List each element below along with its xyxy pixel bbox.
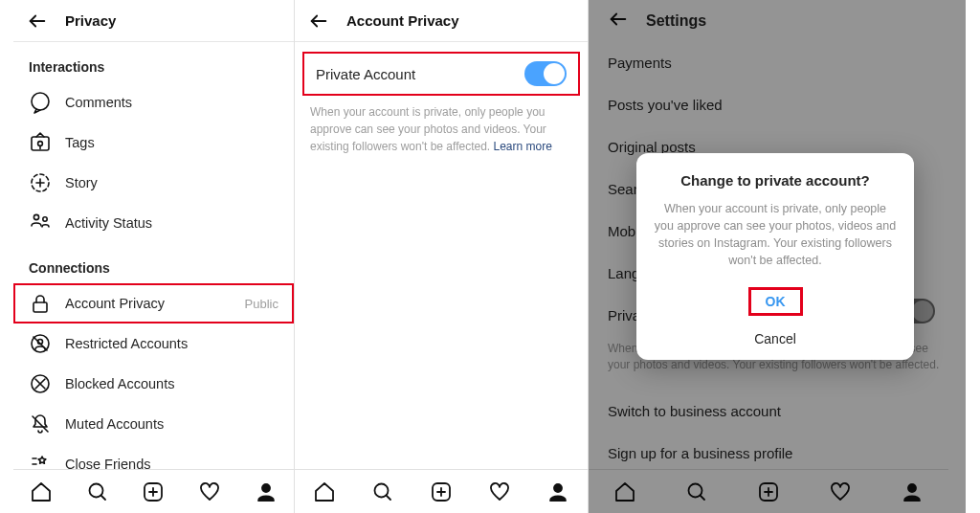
restricted-icon xyxy=(29,332,52,355)
search-icon[interactable] xyxy=(371,480,394,503)
bottom-nav xyxy=(295,469,588,513)
heart-icon[interactable] xyxy=(198,480,221,503)
account-privacy-status: Public xyxy=(245,297,278,311)
row-account-privacy[interactable]: Account Privacy Public xyxy=(13,283,294,323)
svg-line-21 xyxy=(100,495,105,500)
svg-point-25 xyxy=(262,484,270,492)
account-privacy-panel: Account Privacy Private Account When you… xyxy=(294,0,589,513)
header: Account Privacy xyxy=(295,0,588,42)
home-icon[interactable] xyxy=(313,480,336,503)
page-title: Privacy xyxy=(65,12,116,29)
svg-point-32 xyxy=(554,484,562,492)
back-icon[interactable] xyxy=(27,11,48,32)
row-restricted[interactable]: Restricted Accounts xyxy=(13,323,294,364)
home-icon[interactable] xyxy=(30,480,53,503)
comment-icon xyxy=(29,91,52,114)
row-muted[interactable]: Muted Accounts xyxy=(13,404,294,444)
svg-point-8 xyxy=(43,217,47,221)
tags-icon xyxy=(29,131,52,154)
svg-line-28 xyxy=(386,495,390,500)
lock-icon xyxy=(29,292,52,315)
privacy-panel: Privacy Interactions Comments Tags Story… xyxy=(0,0,294,513)
search-icon[interactable] xyxy=(86,480,109,503)
private-account-row[interactable]: Private Account xyxy=(302,52,580,96)
private-account-toggle[interactable] xyxy=(524,61,567,86)
profile-icon[interactable] xyxy=(255,480,278,503)
page-title: Account Privacy xyxy=(346,12,459,29)
svg-rect-9 xyxy=(33,302,47,312)
add-icon[interactable] xyxy=(142,480,165,503)
activity-icon xyxy=(29,212,52,234)
row-activity-status[interactable]: Activity Status xyxy=(13,203,294,243)
section-interactions: Interactions xyxy=(13,42,294,82)
story-icon xyxy=(29,171,52,194)
bottom-nav xyxy=(13,469,294,513)
row-tags[interactable]: Tags xyxy=(13,123,294,163)
ok-button-highlight: OK xyxy=(748,287,803,316)
muted-icon xyxy=(29,413,52,435)
learn-more-link[interactable]: Learn more xyxy=(494,140,552,153)
header: Privacy xyxy=(13,0,294,42)
settings-dialog-panel: Settings Payments Posts you've liked Ori… xyxy=(589,0,966,513)
row-comments[interactable]: Comments xyxy=(13,82,294,123)
cancel-button[interactable]: Cancel xyxy=(654,331,897,346)
add-icon[interactable] xyxy=(430,480,453,503)
row-blocked[interactable]: Blocked Accounts xyxy=(13,364,294,404)
confirm-dialog: Change to private account? When your acc… xyxy=(636,153,914,360)
svg-point-1 xyxy=(32,93,49,110)
heart-icon[interactable] xyxy=(488,480,511,503)
row-story[interactable]: Story xyxy=(13,163,294,203)
svg-point-3 xyxy=(38,142,43,146)
ok-button[interactable]: OK xyxy=(766,294,786,309)
dialog-title: Change to private account? xyxy=(654,172,897,189)
profile-icon[interactable] xyxy=(546,480,569,503)
svg-point-7 xyxy=(33,214,38,219)
private-account-description: When your account is private, only peopl… xyxy=(295,96,588,155)
back-icon[interactable] xyxy=(308,11,329,32)
dialog-description: When your account is private, only peopl… xyxy=(654,200,897,270)
blocked-icon xyxy=(29,372,52,395)
section-connections: Connections xyxy=(13,243,294,283)
